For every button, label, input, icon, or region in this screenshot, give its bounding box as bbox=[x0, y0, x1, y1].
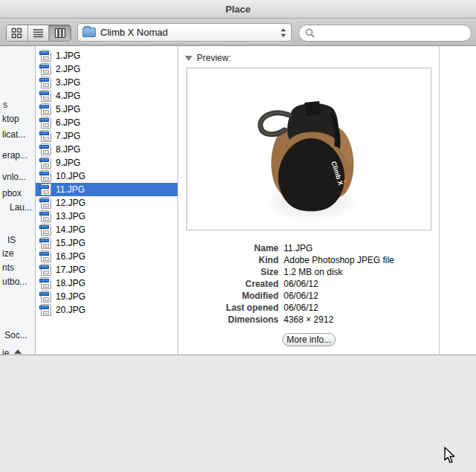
file-row[interactable]: 2.JPG bbox=[36, 62, 177, 76]
file-browser: sktoplicat...erap...vnlo...pboxLau...ISi… bbox=[0, 46, 476, 355]
jpeg-file-icon bbox=[41, 130, 51, 142]
sidebar-item-label: pbox bbox=[2, 188, 22, 198]
sidebar-item[interactable]: s bbox=[0, 99, 35, 110]
file-name-label: 14.JPG bbox=[56, 224, 85, 235]
sidebar-item[interactable]: Soc... bbox=[0, 329, 35, 340]
jpeg-file-icon bbox=[41, 117, 51, 129]
jpeg-file-icon bbox=[41, 291, 51, 303]
file-row[interactable]: 9.JPG bbox=[36, 156, 177, 169]
sidebar-item-label: licat... bbox=[2, 129, 25, 140]
toolbar: Climb X Nomad bbox=[0, 19, 476, 46]
grid-view-icon bbox=[11, 28, 22, 39]
sidebar-item[interactable]: erap... bbox=[0, 149, 35, 161]
file-name-label: 13.JPG bbox=[56, 211, 85, 222]
file-row[interactable]: 17.JPG bbox=[36, 263, 177, 277]
preview-label: Preview: bbox=[197, 53, 231, 63]
file-row[interactable]: 12.JPG bbox=[36, 196, 177, 210]
file-name-label: 8.JPG bbox=[56, 144, 80, 155]
folder-dropdown[interactable]: Climb X Nomad bbox=[77, 23, 292, 42]
climbing-shoe-image: Climb X bbox=[187, 68, 431, 230]
file-name-label: 6.JPG bbox=[56, 117, 80, 128]
preview-header[interactable]: Preview: bbox=[185, 53, 231, 63]
info-label: Last opened bbox=[178, 303, 278, 313]
list-view-button[interactable] bbox=[28, 25, 50, 41]
file-name-label: 2.JPG bbox=[56, 64, 80, 74]
file-name-label: 12.JPG bbox=[56, 198, 85, 208]
file-name-label: 10.JPG bbox=[56, 171, 85, 181]
file-row[interactable]: 20.JPG bbox=[36, 303, 177, 317]
sidebar-item-label: nts bbox=[2, 262, 14, 273]
file-name-label: 17.JPG bbox=[56, 265, 85, 275]
search-input[interactable] bbox=[319, 28, 465, 39]
jpeg-file-icon bbox=[41, 50, 51, 62]
footer: Enable: All Readable Documents JPEG 1.14… bbox=[0, 355, 476, 472]
sidebar-item[interactable]: vnlo... bbox=[0, 171, 35, 182]
jpeg-file-icon bbox=[41, 90, 51, 102]
sidebar-item[interactable]: ize bbox=[0, 248, 35, 259]
folder-icon bbox=[82, 28, 96, 37]
sidebar-item-label: ktop bbox=[2, 114, 19, 124]
sidebar-item[interactable]: IS bbox=[0, 234, 35, 245]
file-row[interactable]: 1.JPG bbox=[36, 49, 177, 62]
jpeg-file-icon bbox=[41, 277, 51, 289]
file-name-label: 5.JPG bbox=[56, 104, 80, 114]
file-row[interactable]: 10.JPG bbox=[36, 169, 177, 183]
file-list-column: 1.JPG2.JPG3.JPG4.JPG5.JPG6.JPG7.JPG8.JPG… bbox=[36, 46, 178, 355]
info-label: Size bbox=[178, 267, 278, 277]
file-row[interactable]: 8.JPG bbox=[36, 143, 177, 156]
info-label: Dimensions bbox=[178, 314, 278, 325]
file-row[interactable]: 19.JPG bbox=[36, 290, 177, 303]
file-row[interactable]: 13.JPG bbox=[36, 210, 177, 223]
sidebar: sktoplicat...erap...vnlo...pboxLau...ISi… bbox=[0, 46, 36, 355]
jpeg-file-icon bbox=[41, 157, 51, 169]
search-icon bbox=[305, 28, 315, 38]
sidebar-item[interactable]: licat... bbox=[0, 129, 35, 140]
sidebar-item[interactable]: Lau... bbox=[0, 201, 35, 213]
file-row[interactable]: 11.JPG bbox=[36, 183, 177, 196]
sidebar-item[interactable]: ktop bbox=[0, 113, 35, 124]
sidebar-item[interactable]: pbox bbox=[0, 187, 35, 198]
folder-dropdown-value: Climb X Nomad bbox=[100, 27, 276, 38]
info-value: Adobe Photoshop JPEG file bbox=[284, 255, 394, 265]
preview-image: Climb X bbox=[186, 68, 431, 230]
jpeg-file-icon bbox=[41, 103, 51, 115]
info-row: Dimensions4368 × 2912 bbox=[178, 314, 439, 326]
file-row[interactable]: 15.JPG bbox=[36, 236, 177, 250]
more-info-label: More info... bbox=[287, 334, 331, 345]
file-row[interactable]: 4.JPG bbox=[36, 89, 177, 103]
jpeg-file-icon bbox=[41, 184, 51, 195]
file-info-table: Name11.JPGKindAdobe Photoshop JPEG fileS… bbox=[178, 242, 439, 326]
file-name-label: 7.JPG bbox=[56, 131, 80, 141]
sidebar-item-label: Lau... bbox=[10, 202, 32, 213]
sidebar-item[interactable]: nts bbox=[0, 262, 35, 273]
file-name-label: 9.JPG bbox=[56, 158, 80, 168]
column-view-icon bbox=[54, 28, 66, 39]
column-view-button[interactable] bbox=[49, 25, 71, 41]
file-row[interactable]: 7.JPG bbox=[36, 129, 177, 143]
info-label: Created bbox=[178, 279, 278, 289]
info-row: KindAdobe Photoshop JPEG file bbox=[178, 254, 439, 266]
file-row[interactable]: 3.JPG bbox=[36, 76, 177, 89]
search-field[interactable] bbox=[299, 25, 472, 42]
sidebar-item[interactable]: utbo... bbox=[0, 276, 35, 287]
eject-icon[interactable] bbox=[14, 349, 22, 355]
sidebar-item-label: IS bbox=[7, 235, 16, 245]
jpeg-file-icon bbox=[41, 224, 51, 236]
file-row[interactable]: 16.JPG bbox=[36, 250, 177, 263]
window-title: Place bbox=[226, 4, 251, 15]
more-info-button[interactable]: More info... bbox=[282, 333, 336, 346]
file-row[interactable]: 5.JPG bbox=[36, 103, 177, 116]
jpeg-file-icon bbox=[41, 237, 51, 249]
jpeg-file-icon bbox=[41, 77, 51, 88]
sidebar-item[interactable]: ie bbox=[0, 347, 35, 355]
file-row[interactable]: 14.JPG bbox=[36, 223, 177, 236]
file-row[interactable]: 18.JPG bbox=[36, 277, 177, 290]
file-name-label: 15.JPG bbox=[56, 238, 85, 248]
info-value: 4368 × 2912 bbox=[284, 314, 333, 325]
jpeg-file-icon bbox=[41, 197, 51, 209]
list-view-icon bbox=[33, 28, 44, 39]
file-name-label: 16.JPG bbox=[56, 251, 85, 262]
icon-view-button[interactable] bbox=[7, 25, 28, 41]
view-mode-segmented-control bbox=[6, 25, 71, 42]
file-row[interactable]: 6.JPG bbox=[36, 116, 177, 129]
